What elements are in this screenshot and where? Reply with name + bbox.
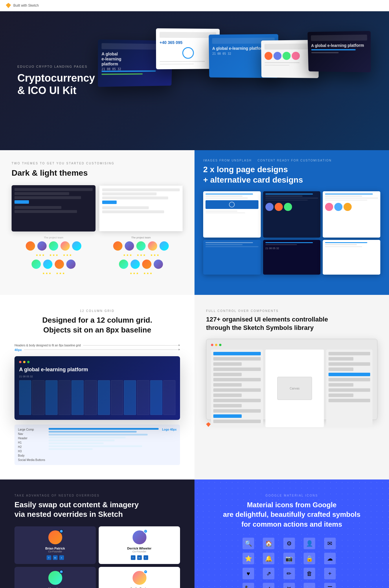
- avatar-brian: ✏: [48, 530, 62, 544]
- components-label: FULL CONTROL OVER COMPONENTS: [206, 309, 377, 313]
- header-logo: Built with Sketch: [6, 3, 39, 8]
- mat-icon-phone: 📞: [243, 583, 254, 588]
- material-icons-grid: 🔍 🏠 ⚙ 👤 ✉ ⭐ 🔔 📷 🔒 ☁ ♥ ⇗ ✏ 🗑 + 📞 ✓ ✕ → ☰: [243, 538, 341, 588]
- avatar: [125, 241, 134, 251]
- material-section: GOOGLE MATERIAL ICONS Material icons fro…: [195, 479, 389, 588]
- lp-card-3: [323, 191, 380, 238]
- grid-label-text-1: Headers & body designed to fit an 8px ba…: [14, 344, 81, 347]
- grid-diagram: Headers & body designed to fit an 8px ba…: [14, 344, 180, 465]
- themes-section: TWO THEMES TO GET YOU STARTED CUSTOMISIN…: [0, 150, 195, 295]
- avatar: [32, 260, 41, 269]
- components-section: FULL CONTROL OVER COMPONENTS 127+ organi…: [195, 295, 389, 479]
- sketch-item: [329, 362, 370, 366]
- avatar: [159, 241, 169, 251]
- mat-icon-delete: 🗑: [304, 568, 315, 579]
- grid-label-line: [83, 345, 180, 346]
- avatar-marc: ✏: [48, 571, 62, 585]
- avatar: [43, 260, 52, 269]
- team-avatars-dark: [12, 241, 96, 251]
- avatar: [136, 241, 146, 251]
- star-row: ★ ★ ★: [123, 253, 132, 257]
- star-row: ★ ★ ★: [56, 272, 65, 275]
- mat-icon-edit: ✏: [283, 568, 295, 579]
- team-dark-label: The project team: [12, 236, 96, 239]
- logo-label: Logo 40px: [162, 428, 177, 431]
- sketch-item: [213, 368, 261, 371]
- material-label: GOOGLE MATERIAL ICONS: [206, 494, 377, 497]
- avatar: [154, 260, 163, 269]
- grid-components-row: 12 COLUMN GRID Designed for a 12 column …: [0, 295, 389, 479]
- mat-icon-settings: ⚙: [283, 538, 295, 549]
- dot-yellow: [215, 344, 217, 346]
- mat-icon-menu: ☰: [324, 583, 336, 588]
- mat-icon-home: 🏠: [263, 538, 274, 549]
- dot-green: [219, 344, 221, 346]
- overrides-label: TAKE ADVANTAGE OF NESTED OVERRIDES: [14, 494, 180, 497]
- grid-col: [111, 380, 123, 415]
- socials: f in t: [19, 555, 92, 560]
- lp-card-6: [323, 240, 380, 275]
- grid-cols-visual: [19, 380, 175, 415]
- sketch-item: [213, 357, 261, 361]
- facebook-icon: f: [131, 555, 135, 560]
- mat-icon-star: ⭐: [243, 553, 254, 564]
- sketch-center: Canvas: [265, 350, 324, 427]
- hero-section: EDUCUO CRYPTO LANDING PAGES Cryptocurren…: [0, 11, 389, 150]
- mat-icon-check: ✓: [263, 583, 274, 588]
- mat-icon-lock: 🔒: [304, 553, 315, 564]
- avatar: [60, 241, 70, 251]
- avatar: [142, 260, 151, 269]
- override-card-marc-dark: ✏ Marc Lee Head of Marketing & Brand f i…: [14, 567, 96, 588]
- material-content: GOOGLE MATERIAL ICONS Material icons fro…: [206, 494, 377, 588]
- sketch-icon: [206, 422, 211, 427]
- dot-red: [211, 344, 213, 346]
- star-row: ★ ★ ★: [42, 272, 51, 275]
- team-avatars-light-2: [99, 260, 183, 269]
- person-role: Co-Founder: [103, 550, 176, 553]
- lp-card-4: [203, 240, 261, 275]
- team-light-label: The project team: [99, 236, 183, 239]
- lp-card-5: 21 08 05 32: [263, 240, 321, 275]
- light-theme-preview: [99, 185, 183, 231]
- overrides-material-row: TAKE ADVANTAGE OF NESTED OVERRIDES Easil…: [0, 479, 389, 588]
- overrides-title: Easily swap out content & imagery via ne…: [14, 500, 180, 520]
- grid-label-row-2: 40px: [14, 348, 180, 352]
- hero-mockups: A globale-learningplatform 21 08 05 32 +…: [98, 23, 372, 139]
- mat-icon-add: +: [324, 568, 336, 579]
- grid-col: [137, 380, 149, 415]
- sketch-canvas: Canvas: [277, 377, 312, 400]
- dot-green: [27, 361, 30, 363]
- mat-icon-mail: ✉: [324, 538, 336, 549]
- sketch-item: [329, 388, 370, 392]
- sketch-item: [329, 352, 370, 355]
- themes-label: TWO THEMES TO GET YOU STARTED CUSTOMISIN…: [12, 162, 183, 165]
- override-card-brian-dark: ✏ Brian Patrick Co-Founder f in t: [14, 526, 96, 564]
- hero-subtitle: EDUCUO CRYPTO LANDING PAGES: [17, 65, 98, 68]
- lp-card-2: [263, 191, 321, 238]
- grid-col: [71, 380, 84, 415]
- lp-card-1: [203, 191, 261, 238]
- themes-title: Dark & light themes: [12, 168, 183, 178]
- star-row: ★ ★ ★: [143, 272, 152, 275]
- mat-icon-bell: 🔔: [263, 553, 274, 564]
- avatar-derrick: ✏: [133, 530, 146, 544]
- dot-red: [19, 361, 21, 363]
- grid-section: 12 COLUMN GRID Designed for a 12 column …: [0, 295, 195, 479]
- mock-bar-light2: [159, 64, 194, 65]
- avatar: [49, 241, 58, 251]
- override-card-derrick-light: ✏ Derrick Wheeler Co-Founder f in t: [99, 526, 180, 564]
- grid-col: [124, 380, 136, 415]
- team-light: The project team ★ ★ ★ ★: [99, 236, 183, 275]
- avatar: [26, 241, 35, 251]
- sketch-item-short: [329, 368, 353, 371]
- mat-icon-cloud: ☁: [324, 553, 336, 564]
- team-avatars-light: [99, 241, 183, 251]
- grid-mockup-nav: [19, 361, 175, 363]
- star-row: ★ ★ ★: [150, 253, 159, 257]
- hero-mockup-dark2: A global e-learning platform: [307, 31, 371, 72]
- avatar: [55, 260, 64, 269]
- grid-spec-panel: Large Comp Nav Header H1 H2 H3 Body Soci…: [14, 425, 180, 465]
- grid-col: [58, 380, 71, 415]
- sketch-screenshot: Canvas: [206, 339, 377, 420]
- sketch-item: [213, 409, 261, 413]
